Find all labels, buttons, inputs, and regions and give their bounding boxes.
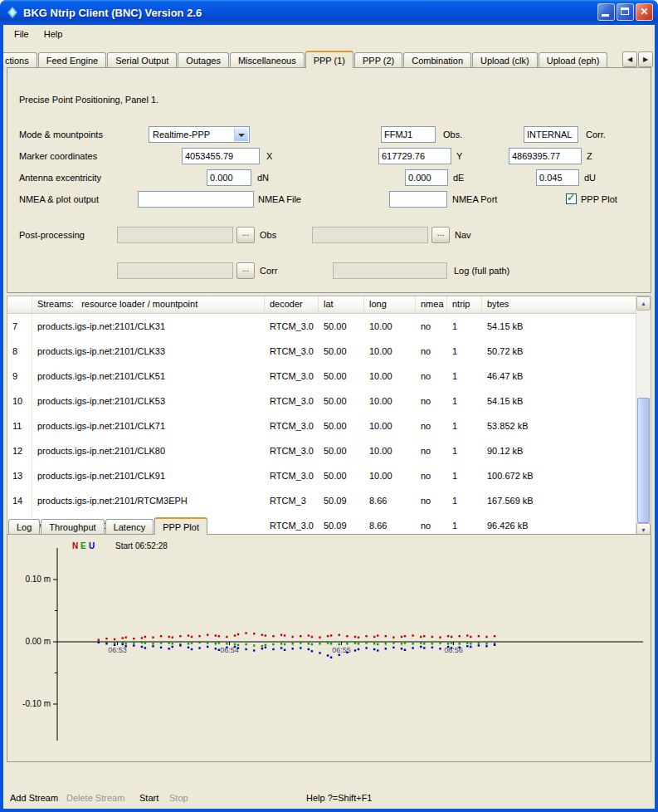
close-button[interactable]: ✕ xyxy=(636,3,653,21)
tab-latency[interactable]: Latency xyxy=(105,519,154,535)
cell-bytes: 53.852 kB xyxy=(482,413,638,438)
tab-throughput[interactable]: Throughput xyxy=(41,519,104,535)
post-corr-input xyxy=(117,262,233,279)
antenna-de-input[interactable] xyxy=(405,169,448,186)
cell-decoder: RTCM_3.0 xyxy=(265,339,319,364)
app-icon xyxy=(6,6,19,19)
maximize-button[interactable] xyxy=(617,3,634,21)
cell-ntrip: 1 xyxy=(447,339,482,364)
column-header[interactable]: long xyxy=(364,296,416,313)
cell-num: 7 xyxy=(7,314,32,339)
title-bar[interactable]: BKG Ntrip Client (BNC) Version 2.6 ✕ xyxy=(0,0,658,25)
help-hint: Help ?=Shift+F1 xyxy=(306,787,373,809)
cell-decoder: RTCM_3.0 xyxy=(265,314,319,339)
column-header[interactable]: ntrip xyxy=(447,296,482,313)
cell-bytes: 54.15 kB xyxy=(482,389,638,413)
cell-num: 14 xyxy=(7,488,32,513)
stream-row[interactable]: 11products.igs-ip.net:2101/CLK71RTCM_3.0… xyxy=(7,413,651,438)
column-header[interactable]: bytes xyxy=(482,296,638,313)
post-nav-input xyxy=(312,227,428,243)
table-scrollbar[interactable]: ▲ ▼ xyxy=(636,296,651,537)
stream-row[interactable]: 8products.igs-ip.net:2101/CLK33RTCM_3.05… xyxy=(7,339,651,364)
tab-ppp2[interactable]: PPP (2) xyxy=(354,52,402,68)
ppp1-panel: Precise Point Positioning, Panel 1. Mode… xyxy=(7,67,651,293)
add-stream-button[interactable]: Add Stream xyxy=(10,787,58,809)
post-nav-browse-button[interactable]: ... xyxy=(431,227,450,243)
column-header[interactable]: lat xyxy=(319,296,364,313)
tab-ppp1[interactable]: PPP (1) xyxy=(305,51,353,68)
cell-nmea: no xyxy=(416,364,447,389)
chevron-down-icon[interactable] xyxy=(234,128,248,141)
tab-miscellaneous[interactable]: Miscellaneous xyxy=(230,52,305,68)
cell-decoder: RTCM_3.0 xyxy=(265,438,319,463)
cell-lat: 50.00 xyxy=(319,364,364,389)
cell-nmea: no xyxy=(416,463,447,488)
minimize-button[interactable] xyxy=(597,3,615,21)
cell-mountpoint: products.igs-ip.net:2101/CLK91 xyxy=(32,463,265,488)
svg-text:06:53: 06:53 xyxy=(108,646,127,654)
ppp-plot-chart: 0.10 m0.00 m-0.10 m06:5306:5406:5506:56N… xyxy=(7,535,651,761)
tab-scroll-left-button[interactable]: ◀ xyxy=(622,51,637,67)
tab-ppp-plot[interactable]: PPP Plot xyxy=(154,517,207,535)
row-number-header[interactable] xyxy=(7,296,32,313)
cell-mountpoint: products.igs-ip.net:2101/CLK31 xyxy=(32,314,265,339)
marker-y-input[interactable] xyxy=(378,148,451,164)
ppp-plot-checkbox-label: PPP Plot xyxy=(581,193,617,205)
stream-row[interactable]: 13products.igs-ip.net:2101/CLK91RTCM_3.0… xyxy=(7,463,651,488)
cell-nmea: no xyxy=(416,438,447,463)
antenna-du-input[interactable] xyxy=(536,169,579,186)
menu-help[interactable]: Help xyxy=(37,27,71,42)
column-header[interactable]: decoder xyxy=(265,296,319,313)
nmea-file-label: NMEA File xyxy=(258,191,301,208)
nmea-label: NMEA & plot output xyxy=(19,191,99,208)
cell-long: 10.00 xyxy=(364,364,416,389)
nmea-port-input[interactable] xyxy=(389,191,447,208)
checkmark-icon: ✓ xyxy=(567,192,575,203)
stream-row[interactable]: 7products.igs-ip.net:2101/CLK31RTCM_3.05… xyxy=(7,314,651,339)
tab-scroll-right-button[interactable]: ▶ xyxy=(638,51,653,67)
obs-label: Obs. xyxy=(443,126,462,143)
tab-combination[interactable]: Combination xyxy=(403,52,471,68)
cell-ntrip: 1 xyxy=(447,413,482,438)
marker-z-input[interactable] xyxy=(509,148,582,164)
obs-mountpoint-input[interactable] xyxy=(381,126,436,143)
post-obs-browse-button[interactable]: ... xyxy=(236,227,255,243)
cell-lat: 50.00 xyxy=(319,389,364,413)
cell-num: 10 xyxy=(7,389,32,413)
post-nav-label: Nav xyxy=(455,227,471,243)
cell-ntrip: 1 xyxy=(447,389,482,413)
antenna-label: Antenna excentricity xyxy=(19,169,101,186)
mode-combobox[interactable]: Realtime-PPP xyxy=(149,126,250,143)
tab-outages[interactable]: Outages xyxy=(178,52,229,68)
tab-upload-clk[interactable]: Upload (clk) xyxy=(472,52,538,68)
stream-row[interactable]: 10products.igs-ip.net:2101/CLK53RTCM_3.0… xyxy=(7,389,651,413)
menu-file[interactable]: File xyxy=(7,27,37,42)
cell-bytes: 167.569 kB xyxy=(482,488,638,513)
stop-button: Stop xyxy=(169,787,188,809)
marker-x-input[interactable] xyxy=(182,148,260,164)
tab-corrections[interactable]: ctions xyxy=(3,52,37,68)
column-header[interactable]: nmea xyxy=(416,296,447,313)
tab-serial-output[interactable]: Serial Output xyxy=(107,52,177,68)
tab-feed-engine[interactable]: Feed Engine xyxy=(38,52,106,68)
antenna-dn-input[interactable] xyxy=(207,169,251,186)
stream-row[interactable]: 12products.igs-ip.net:2101/CLK80RTCM_3.0… xyxy=(7,438,651,463)
cell-mountpoint: products.igs-ip.net:2101/CLK51 xyxy=(32,364,265,389)
scrollbar-thumb[interactable] xyxy=(637,398,650,523)
post-corr-browse-button[interactable]: ... xyxy=(236,262,255,279)
stream-row[interactable]: 9products.igs-ip.net:2101/CLK51RTCM_3.05… xyxy=(7,364,651,389)
ppp-plot-checkbox[interactable]: ✓ xyxy=(566,193,577,204)
tab-upload-eph[interactable]: Upload (eph) xyxy=(539,52,608,68)
cell-nmea: no xyxy=(416,488,447,513)
stream-row[interactable]: 14products.igs-ip.net:2101/RTCM3EPHRTCM_… xyxy=(7,488,651,513)
cell-ntrip: 1 xyxy=(447,488,482,513)
cell-nmea: no xyxy=(416,339,447,364)
cell-bytes: 50.72 kB xyxy=(482,339,638,364)
corr-mountpoint-input[interactable] xyxy=(524,126,578,143)
scroll-up-icon[interactable]: ▲ xyxy=(636,296,651,311)
tab-log[interactable]: Log xyxy=(8,519,40,535)
column-header[interactable]: Streams: resource loader / mountpoint xyxy=(32,296,265,313)
nmea-file-input[interactable] xyxy=(138,191,254,208)
cell-num: 13 xyxy=(7,463,32,488)
start-button[interactable]: Start xyxy=(139,787,158,809)
